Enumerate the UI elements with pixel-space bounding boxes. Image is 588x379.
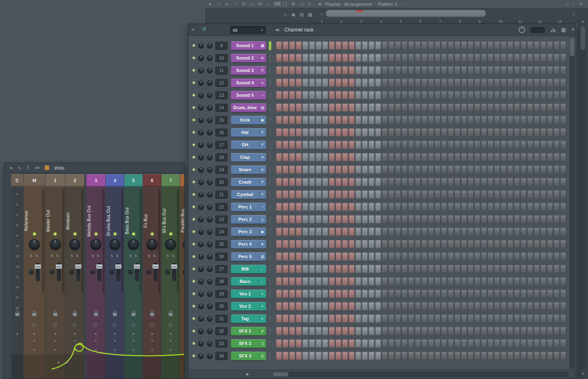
step-cell[interactable]: [382, 141, 388, 149]
scrollbar-handle[interactable]: [273, 372, 288, 377]
dock-chevron[interactable]: ▼: [57, 361, 60, 365]
step-cell[interactable]: [448, 314, 454, 323]
step-cell[interactable]: [355, 339, 361, 348]
scroll-up-arrow[interactable]: ▲: [578, 19, 588, 23]
step-cell[interactable]: [402, 203, 407, 211]
step-cell[interactable]: [461, 302, 467, 310]
channel-volume-knob[interactable]: [207, 130, 212, 135]
step-cell[interactable]: [382, 153, 388, 161]
step-cell[interactable]: [375, 314, 381, 323]
step-cell[interactable]: [474, 178, 480, 186]
step-cell[interactable]: [408, 339, 414, 348]
step-cell[interactable]: [534, 203, 540, 211]
step-cell[interactable]: [534, 103, 540, 112]
step-cell[interactable]: [521, 339, 526, 348]
step-cell[interactable]: [408, 103, 414, 112]
step-cell[interactable]: [329, 166, 335, 174]
step-cell[interactable]: [322, 128, 328, 137]
step-cell[interactable]: [441, 228, 447, 236]
step-cell[interactable]: [375, 153, 381, 161]
step-cell[interactable]: [388, 153, 394, 161]
step-cell[interactable]: [382, 339, 388, 348]
step-cell[interactable]: [375, 190, 381, 199]
step-cell[interactable]: [375, 41, 381, 50]
detach-arrow-icon[interactable]: ▸: [193, 27, 195, 31]
step-cell[interactable]: [540, 277, 546, 285]
step-cell[interactable]: [355, 66, 361, 74]
step-cell[interactable]: [336, 166, 341, 174]
step-cell[interactable]: [415, 327, 421, 335]
channel-button[interactable]: Sound 5♪: [231, 91, 266, 100]
step-cell[interactable]: [554, 215, 559, 223]
step-cell[interactable]: [560, 141, 566, 149]
step-cell[interactable]: [276, 166, 282, 174]
channel-number[interactable]: 28: [215, 277, 228, 285]
step-cell[interactable]: [375, 240, 381, 248]
step-cell[interactable]: [382, 240, 388, 248]
step-cell[interactable]: [375, 116, 381, 124]
step-cell[interactable]: [408, 66, 414, 74]
step-cell[interactable]: [540, 66, 546, 74]
step-cell[interactable]: [421, 314, 427, 323]
step-cell[interactable]: [415, 41, 421, 50]
channel-select-indicator[interactable]: [269, 352, 271, 360]
step-cell[interactable]: [309, 116, 315, 124]
step-cell[interactable]: [540, 91, 546, 99]
step-cell[interactable]: [336, 215, 341, 223]
step-cell[interactable]: [435, 302, 440, 310]
step-cell[interactable]: [296, 339, 302, 348]
step-cell[interactable]: [435, 327, 440, 335]
step-cell[interactable]: [296, 66, 302, 74]
step-cell[interactable]: [448, 116, 454, 124]
step-cell[interactable]: [481, 116, 487, 124]
step-cell[interactable]: [362, 277, 368, 285]
step-cell[interactable]: [395, 103, 401, 112]
step-cell[interactable]: [395, 339, 401, 348]
step-cell[interactable]: [355, 228, 361, 236]
step-cell[interactable]: [441, 41, 447, 50]
step-cell[interactable]: [296, 54, 302, 62]
step-cell[interactable]: [461, 215, 467, 223]
step-cell[interactable]: [289, 166, 295, 174]
step-cell[interactable]: [547, 54, 553, 62]
step-cell[interactable]: [336, 128, 341, 137]
mixer-strip[interactable]: Master Out⇅ ⇅▲▲: [45, 187, 65, 379]
step-cell[interactable]: [421, 339, 427, 348]
step-cell[interactable]: [302, 314, 308, 323]
step-cell[interactable]: [547, 178, 553, 186]
strip-up-chevron[interactable]: ▲: [162, 348, 180, 351]
strip-pan-knob[interactable]: [165, 239, 176, 250]
strip-up-chevron[interactable]: ▲: [124, 339, 143, 342]
strip-up-chevron[interactable]: ▲: [162, 339, 180, 342]
step-cell[interactable]: [302, 166, 308, 174]
step-cell[interactable]: [302, 103, 308, 112]
step-cell[interactable]: [474, 116, 480, 124]
step-cell[interactable]: [428, 116, 434, 124]
step-cell[interactable]: [342, 314, 348, 323]
step-cell[interactable]: [435, 128, 440, 137]
step-cell[interactable]: [296, 41, 302, 50]
step-cell[interactable]: [349, 79, 355, 87]
step-cell[interactable]: [375, 141, 381, 149]
step-cell[interactable]: [283, 116, 288, 124]
step-cell[interactable]: [336, 327, 341, 335]
step-cell[interactable]: [521, 215, 526, 223]
step-cell[interactable]: [441, 290, 447, 298]
step-cell[interactable]: [369, 302, 374, 310]
channel-pan-knob[interactable]: [198, 130, 204, 135]
pattern-picker-icon[interactable]: ▦: [308, 12, 312, 17]
step-cell[interactable]: [428, 178, 434, 186]
step-cell[interactable]: [547, 352, 553, 360]
step-cell[interactable]: [395, 302, 401, 310]
step-cell[interactable]: [560, 302, 566, 310]
step-cell[interactable]: [461, 66, 467, 74]
fader-lock-icon[interactable]: [150, 313, 154, 316]
step-cell[interactable]: [322, 178, 328, 186]
step-cell[interactable]: [415, 190, 421, 199]
step-cell[interactable]: [276, 128, 282, 137]
step-cell[interactable]: [527, 79, 533, 87]
step-cell[interactable]: [488, 116, 493, 124]
channel-pan-knob[interactable]: [198, 142, 204, 148]
step-cell[interactable]: [322, 153, 328, 161]
strip-up-chevron[interactable]: ▲: [24, 339, 45, 342]
